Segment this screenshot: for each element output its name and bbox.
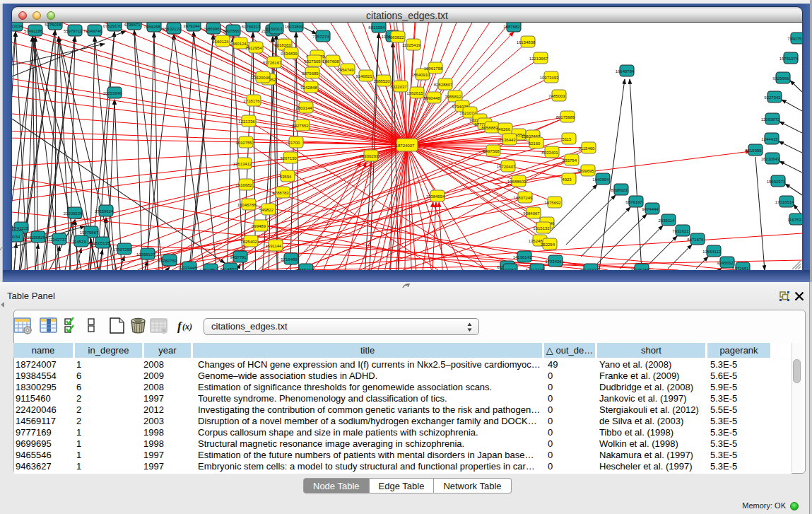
svg-text:0018263: 0018263 xyxy=(274,43,291,47)
svg-text:1733426: 1733426 xyxy=(545,259,562,264)
svg-text:16782759: 16782759 xyxy=(158,259,177,263)
svg-text:39154: 39154 xyxy=(12,235,20,239)
svg-text:935794: 935794 xyxy=(563,158,577,163)
svg-text:9160124: 9160124 xyxy=(212,40,229,44)
svg-text:51313735: 51313735 xyxy=(526,268,545,271)
svg-text:7632621: 7632621 xyxy=(672,229,689,233)
svg-text:7663822: 7663822 xyxy=(387,35,404,40)
svg-text:65632122: 65632122 xyxy=(163,27,182,31)
svg-text:8907866: 8907866 xyxy=(223,29,240,33)
svg-text:7684268: 7684268 xyxy=(143,25,160,29)
svg-text:9699695: 9699695 xyxy=(577,169,594,173)
svg-text:1916682: 1916682 xyxy=(235,183,252,187)
svg-text:29975288: 29975288 xyxy=(630,268,649,271)
svg-text:16210643: 16210643 xyxy=(761,157,780,161)
svg-text:9245652: 9245652 xyxy=(717,261,734,265)
svg-text:1691144: 1691144 xyxy=(266,244,283,248)
svg-text:8322037: 8322037 xyxy=(390,85,407,89)
svg-text:17016514: 17016514 xyxy=(775,200,794,204)
svg-text:15692971: 15692971 xyxy=(767,180,786,184)
svg-text:9227342: 9227342 xyxy=(764,95,781,100)
svg-text:1640954: 1640954 xyxy=(592,177,609,182)
svg-text:10654112: 10654112 xyxy=(702,250,722,254)
svg-text:1615132: 1615132 xyxy=(533,226,550,230)
svg-text:7990751: 7990751 xyxy=(787,37,802,41)
svg-text:2935114: 2935114 xyxy=(659,218,676,223)
svg-text:2867608: 2867608 xyxy=(322,59,339,64)
svg-text:12323446: 12323446 xyxy=(178,266,197,270)
svg-text:23420046: 23420046 xyxy=(252,76,271,80)
svg-text:18640910: 18640910 xyxy=(411,73,430,77)
svg-text:549822: 549822 xyxy=(259,208,274,212)
svg-text:20053346: 20053346 xyxy=(103,91,122,95)
svg-text:12505135: 12505135 xyxy=(91,241,110,245)
svg-text:4923: 4923 xyxy=(562,177,572,182)
svg-text:0434839: 0434839 xyxy=(281,52,298,56)
svg-text:1588520: 1588520 xyxy=(373,79,390,83)
svg-text:13613412: 13613412 xyxy=(233,162,252,166)
svg-text:8159013: 8159013 xyxy=(266,27,283,31)
svg-text:17359924: 17359924 xyxy=(95,209,114,214)
svg-text:8471676: 8471676 xyxy=(687,238,704,242)
svg-text:8033401: 8033401 xyxy=(541,151,558,155)
svg-text:746266: 746266 xyxy=(496,127,511,132)
svg-text:1221336: 1221336 xyxy=(238,119,255,124)
svg-text:19975867: 19975867 xyxy=(80,230,99,235)
svg-text:16154838: 16154838 xyxy=(517,40,536,45)
svg-text:4788783: 4788783 xyxy=(272,191,289,195)
svg-text:82828807: 82828807 xyxy=(434,83,453,87)
svg-text:55979711: 55979711 xyxy=(64,29,83,33)
svg-text:16648784: 16648784 xyxy=(616,69,635,74)
svg-text:16961758: 16961758 xyxy=(424,66,443,71)
svg-text:19384554: 19384554 xyxy=(426,194,445,199)
svg-text:4743957: 4743957 xyxy=(500,268,517,271)
svg-text:114519: 114519 xyxy=(72,240,86,244)
svg-text:(x): (x) xyxy=(182,322,192,332)
svg-text:3267130: 3267130 xyxy=(280,156,297,160)
svg-text:10958107: 10958107 xyxy=(136,252,155,257)
svg-text:21700: 21700 xyxy=(288,141,300,145)
svg-text:77741215: 77741215 xyxy=(12,226,29,230)
svg-text:8215955: 8215955 xyxy=(745,148,762,153)
svg-text:5875685: 5875685 xyxy=(302,71,319,76)
svg-text:12093872: 12093872 xyxy=(761,117,780,122)
svg-text:2087682: 2087682 xyxy=(503,25,520,29)
svg-text:9457791: 9457791 xyxy=(230,255,247,259)
svg-text:15720407: 15720407 xyxy=(497,165,516,169)
svg-text:71049746: 71049746 xyxy=(83,29,102,33)
svg-text:53594: 53594 xyxy=(280,175,292,179)
svg-text:9084067: 9084067 xyxy=(523,211,540,216)
svg-text:14136141: 14136141 xyxy=(513,255,532,259)
svg-text:6879197: 6879197 xyxy=(625,200,642,204)
svg-text:1362615: 1362615 xyxy=(406,91,423,95)
svg-text:8938923: 8938923 xyxy=(611,188,628,192)
svg-text:8427552: 8427552 xyxy=(292,124,309,128)
svg-text:9327505: 9327505 xyxy=(304,59,321,64)
svg-text:57491186: 57491186 xyxy=(24,29,43,33)
svg-text:72803852: 72803852 xyxy=(199,268,218,271)
svg-text:20206536: 20206536 xyxy=(64,211,83,216)
svg-text:1975692: 1975692 xyxy=(544,201,561,205)
svg-text:5716485: 5716485 xyxy=(281,257,298,262)
svg-text:38885393: 38885393 xyxy=(295,268,314,271)
svg-text:8990448: 8990448 xyxy=(423,96,440,100)
svg-text:10688609: 10688609 xyxy=(507,180,526,184)
svg-text:6372651: 6372651 xyxy=(732,267,749,271)
svg-text:62160: 62160 xyxy=(529,141,541,146)
svg-text:80175989: 80175989 xyxy=(556,115,575,119)
svg-text:3079244: 3079244 xyxy=(183,24,200,28)
svg-text:54323194: 54323194 xyxy=(12,24,23,28)
svg-text:8454749: 8454749 xyxy=(337,68,354,72)
svg-text:10973493: 10973493 xyxy=(540,76,559,80)
svg-text:7485003: 7485003 xyxy=(548,94,565,98)
svg-text:8414852: 8414852 xyxy=(220,267,237,271)
svg-text:252254: 252254 xyxy=(541,243,555,247)
svg-text:25300293: 25300293 xyxy=(360,154,379,158)
svg-text:11156829: 11156829 xyxy=(27,235,45,240)
svg-text:17957255: 17957255 xyxy=(113,247,132,252)
svg-text:07529170: 07529170 xyxy=(103,24,122,28)
svg-text:2136443: 2136443 xyxy=(499,138,516,142)
svg-text:15751074: 15751074 xyxy=(779,57,799,61)
svg-text:9242848: 9242848 xyxy=(300,86,317,90)
svg-text:83726167: 83726167 xyxy=(263,61,282,65)
